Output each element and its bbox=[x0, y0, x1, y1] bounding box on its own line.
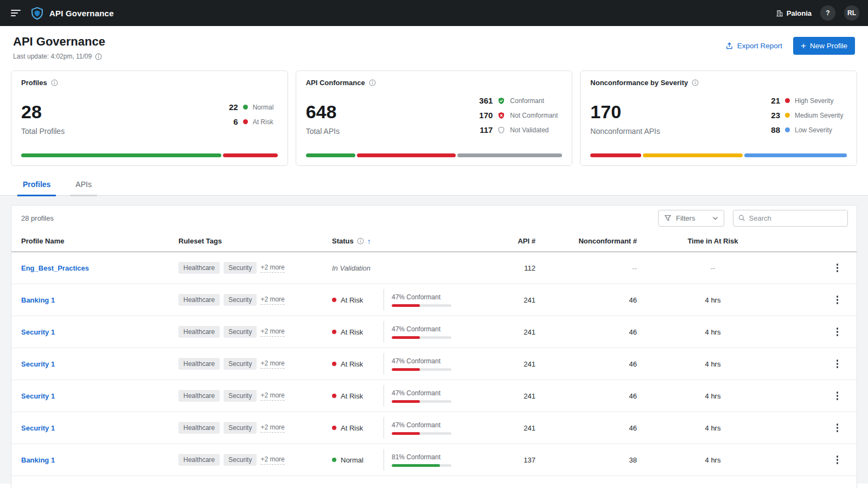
ruleset-tag-pill: Healthcare bbox=[178, 326, 220, 338]
chevron-down-icon bbox=[712, 216, 718, 220]
filters-label: Filters bbox=[676, 214, 695, 222]
status-cell: At Risk bbox=[332, 424, 384, 432]
conformance-progress-fill bbox=[392, 432, 420, 435]
api-count-cell: 241 bbox=[487, 360, 535, 368]
conformance-label: 47% Conformant bbox=[392, 421, 487, 429]
legend-item: 6 At Risk bbox=[223, 117, 278, 126]
info-icon[interactable] bbox=[51, 79, 58, 86]
profile-name-link[interactable]: Security 1 bbox=[21, 392, 55, 400]
conformance-progress-bar bbox=[392, 432, 451, 435]
table-body: Eng_Best_Practices HealthcareSecurity+2 … bbox=[11, 252, 857, 476]
conformance-label: 47% Conformant bbox=[392, 357, 487, 365]
more-tags-link[interactable]: +2 more bbox=[260, 391, 284, 401]
severity-dot-icon bbox=[785, 98, 790, 103]
menu-icon[interactable] bbox=[9, 7, 23, 20]
tab-apis[interactable]: APIs bbox=[70, 180, 97, 196]
status-text: At Risk bbox=[341, 392, 363, 400]
info-icon[interactable] bbox=[95, 53, 102, 60]
help-button[interactable]: ? bbox=[820, 5, 835, 21]
api-count-cell: 112 bbox=[487, 264, 535, 272]
profile-name-link[interactable]: Security 1 bbox=[21, 328, 55, 336]
conformance-progress-bar bbox=[392, 304, 451, 307]
search-input[interactable] bbox=[749, 214, 843, 222]
ruleset-tag-pill: Healthcare bbox=[178, 390, 220, 402]
row-menu-button[interactable] bbox=[832, 324, 843, 339]
profile-name-link[interactable]: Security 1 bbox=[21, 424, 55, 432]
row-menu-button[interactable] bbox=[832, 420, 843, 435]
sort-ascending-icon[interactable]: ↑ bbox=[367, 237, 371, 246]
more-tags-link[interactable]: +2 more bbox=[260, 423, 284, 433]
legend-label: High Severity bbox=[795, 97, 847, 105]
tab-profiles[interactable]: Profiles bbox=[17, 180, 56, 196]
row-menu-button[interactable] bbox=[832, 388, 843, 403]
status-dot-icon bbox=[243, 119, 248, 124]
top-navbar: API Governance Palonia ? RL bbox=[0, 0, 868, 26]
conformance-label: 47% Conformant bbox=[392, 293, 487, 301]
status-text: At Risk bbox=[341, 424, 363, 432]
more-tags-link[interactable]: +2 more bbox=[260, 359, 284, 369]
api-count-cell: 241 bbox=[487, 328, 535, 336]
filters-dropdown[interactable]: Filters bbox=[658, 210, 724, 227]
bar-segment bbox=[21, 153, 221, 157]
total-apis-value: 648 bbox=[306, 102, 340, 121]
bar-segment bbox=[457, 153, 563, 157]
legend-label: Conformant bbox=[510, 97, 562, 105]
ruleset-tag-pill: Security bbox=[224, 454, 257, 466]
org-switcher[interactable]: Palonia bbox=[776, 9, 812, 17]
profile-name-link[interactable]: Eng_Best_Practices bbox=[21, 264, 89, 272]
row-menu-button[interactable] bbox=[832, 292, 843, 307]
col-ruleset-tags: Ruleset Tags bbox=[178, 237, 332, 245]
nonconformant-count-cell: -- bbox=[535, 264, 637, 272]
time-at-risk-cell: 4 hrs bbox=[637, 360, 789, 368]
row-menu-button[interactable] bbox=[832, 260, 843, 275]
info-icon[interactable] bbox=[692, 79, 699, 86]
legend-label: Not Validated bbox=[510, 126, 562, 134]
table-row: Security 1 HealthcareSecurity+2 more At … bbox=[11, 348, 857, 380]
table-row: Security 1 HealthcareSecurity+2 more At … bbox=[11, 412, 857, 444]
row-menu-button[interactable] bbox=[832, 356, 843, 371]
profile-name-link[interactable]: Banking 1 bbox=[21, 456, 55, 464]
info-icon[interactable] bbox=[369, 79, 376, 86]
status-cell: At Risk bbox=[332, 360, 384, 368]
shield-x-icon bbox=[497, 112, 505, 119]
more-tags-link[interactable]: +2 more bbox=[260, 328, 284, 337]
legend-value: 21 bbox=[765, 96, 780, 105]
conformance-cell: 47% Conformant bbox=[384, 321, 487, 343]
conformance-label: 47% Conformant bbox=[392, 389, 487, 397]
profiles-table-panel: 28 profiles Filters bbox=[11, 205, 857, 488]
nonconformant-apis-label: Nonconformant APIs bbox=[590, 127, 660, 136]
row-menu-button[interactable] bbox=[832, 452, 843, 467]
time-at-risk-cell: 4 hrs bbox=[637, 424, 789, 432]
status-cell: Normal bbox=[332, 456, 384, 464]
legend-label: Normal bbox=[253, 104, 278, 111]
more-tags-link[interactable]: +2 more bbox=[260, 296, 284, 305]
conformance-progress-bar bbox=[392, 368, 451, 371]
col-api-count: API # bbox=[487, 237, 535, 245]
bar-segment bbox=[357, 153, 456, 157]
profile-name-link[interactable]: Security 1 bbox=[21, 360, 55, 368]
ruleset-tag-pill: Security bbox=[224, 422, 257, 434]
legend-value: 23 bbox=[765, 111, 780, 120]
time-at-risk-cell: 4 hrs bbox=[637, 328, 789, 336]
conformance-cell: 47% Conformant bbox=[384, 289, 487, 311]
conformance-progress-fill bbox=[392, 368, 420, 371]
conformance-progress-fill bbox=[392, 464, 440, 467]
ruleset-tag-pill: Security bbox=[224, 390, 257, 402]
bar-segment bbox=[643, 153, 743, 157]
export-report-link[interactable]: Export Report bbox=[725, 42, 782, 50]
conformance-card-title: API Conformance bbox=[306, 79, 365, 87]
status-text: At Risk bbox=[341, 296, 363, 304]
legend-item: 22 Normal bbox=[223, 102, 278, 112]
user-avatar[interactable]: RL bbox=[844, 5, 859, 21]
plus-icon: + bbox=[801, 41, 806, 50]
more-tags-link[interactable]: +2 more bbox=[260, 264, 284, 273]
new-profile-button[interactable]: + New Profile bbox=[793, 37, 855, 55]
info-icon[interactable] bbox=[357, 237, 364, 245]
new-profile-label: New Profile bbox=[810, 42, 847, 50]
more-tags-link[interactable]: +2 more bbox=[260, 455, 284, 465]
legend-label: At Risk bbox=[253, 118, 278, 126]
ruleset-tag-pill: Security bbox=[224, 326, 257, 338]
status-text: In Validation bbox=[332, 264, 371, 272]
nonconformant-count-cell: 46 bbox=[535, 392, 637, 400]
profile-name-link[interactable]: Banking 1 bbox=[21, 296, 55, 304]
